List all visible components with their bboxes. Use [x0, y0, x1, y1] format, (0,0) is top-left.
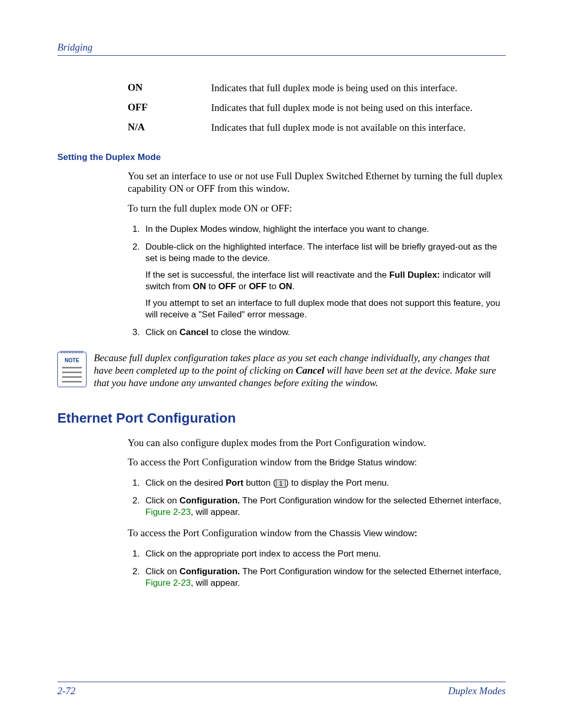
t: from the Bridge Status window:	[295, 458, 417, 467]
step-item: Click on the appropriate port index to a…	[142, 548, 506, 560]
t: Full Duplex:	[389, 270, 440, 280]
t: Cancel	[296, 365, 324, 376]
def-desc: Indicates that full duplex mode is being…	[211, 82, 506, 94]
def-desc: Indicates that full duplex mode is not b…	[211, 102, 506, 114]
t: Click on	[145, 566, 179, 576]
t: :	[414, 528, 418, 538]
def-term: N/A	[128, 121, 211, 133]
t: Configuration.	[179, 496, 240, 505]
def-row-na: N/A Indicates that full duplex mode is n…	[128, 121, 506, 134]
def-row-off: OFF Indicates that full duplex mode is n…	[128, 102, 506, 114]
t: ) to display the Port menu.	[286, 478, 389, 488]
t: Cancel	[179, 327, 209, 337]
t: The Port Configuration window for the se…	[240, 496, 501, 505]
t: ON	[279, 281, 292, 291]
def-row-on: ON Indicates that full duplex mode is be…	[128, 82, 506, 94]
header-section-title: Bridging	[57, 42, 506, 53]
figure-link[interactable]: Figure 2-23	[145, 578, 191, 588]
note-text: Because full duplex configuration takes …	[94, 352, 506, 389]
t: to	[266, 281, 279, 291]
steps-list-1: In the Duplex Modes window, highlight th…	[128, 224, 506, 339]
footer-row: 2-72 Duplex Modes	[57, 685, 506, 697]
paragraph: You can also configure duplex modes from…	[128, 437, 506, 449]
def-term: OFF	[128, 102, 211, 113]
t: To access the Port Configuration window	[128, 456, 295, 467]
step-sub-paragraph: If the set is successful, the interface …	[145, 269, 506, 292]
t: from the Chassis View window	[295, 528, 414, 538]
note-label: NOTE	[58, 357, 86, 363]
steps-list-a: Click on the desired Port button (1) to …	[128, 477, 506, 518]
t: If the set is successful, the interface …	[145, 270, 389, 280]
port-button-icon: 1	[276, 479, 286, 488]
t: to close the window.	[209, 327, 290, 337]
step-item: In the Duplex Modes window, highlight th…	[142, 224, 506, 235]
t: Click on	[145, 496, 179, 505]
step-item: Click on Configuration. The Port Configu…	[142, 495, 506, 518]
t: or	[236, 281, 249, 291]
paragraph: To access the Port Configuration window …	[128, 527, 506, 539]
step-item: Click on Configuration. The Port Configu…	[142, 566, 506, 589]
t: , will appear.	[191, 507, 240, 517]
def-term: ON	[128, 82, 211, 93]
spiral-binding-icon: eeeeeeee	[60, 349, 84, 353]
step-item: Click on the desired Port button (1) to …	[142, 477, 506, 489]
header-rule	[57, 55, 506, 56]
footer-rule	[57, 682, 506, 682]
step-text: Double-click on the highlighted interfac…	[145, 242, 497, 263]
def-desc: Indicates that full duplex mode is not a…	[211, 121, 506, 134]
note-icon: eeeeeeee NOTE	[57, 352, 87, 387]
step-sub-paragraph: If you attempt to set an interface to fu…	[145, 298, 506, 320]
t: ON	[193, 281, 206, 291]
t: To access the Port Configuration window	[128, 527, 295, 538]
subheading-duplex-mode: Setting the Duplex Mode	[57, 152, 506, 163]
heading-ethernet-port-config: Ethernet Port Configuration	[57, 410, 506, 426]
note-block: eeeeeeee NOTE Because full duplex config…	[57, 352, 506, 389]
paragraph: To turn the full duplex mode ON or OFF:	[128, 202, 506, 215]
t: , will appear.	[191, 578, 240, 588]
definition-table: ON Indicates that full duplex mode is be…	[128, 82, 506, 133]
footer-title: Duplex Modes	[448, 685, 506, 697]
page-number: 2-72	[57, 685, 76, 697]
t: Port	[226, 478, 243, 488]
step-item: Double-click on the highlighted interfac…	[142, 241, 506, 321]
t: to	[206, 281, 218, 291]
t: The Port Configuration window for the se…	[240, 566, 501, 576]
t: Click on	[145, 327, 179, 337]
paragraph: You set an interface to use or not use F…	[128, 170, 506, 195]
figure-link[interactable]: Figure 2-23	[145, 507, 191, 517]
step-item: Click on Cancel to close the window.	[142, 327, 506, 338]
t: .	[292, 281, 295, 291]
t: OFF	[249, 281, 266, 291]
paragraph: To access the Port Configuration window …	[128, 456, 506, 468]
t: Click on the desired	[145, 478, 226, 488]
t: OFF	[218, 281, 236, 291]
steps-list-b: Click on the appropriate port index to a…	[128, 548, 506, 589]
t: button (	[243, 478, 276, 488]
t: Configuration.	[179, 566, 240, 576]
